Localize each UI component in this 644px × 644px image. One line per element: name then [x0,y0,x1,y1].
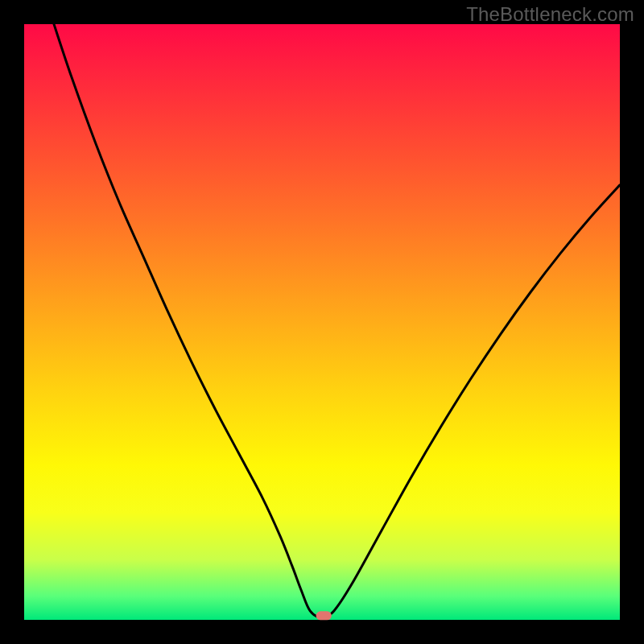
curve-svg [24,24,620,620]
bottleneck-curve [54,24,620,617]
plot-area [24,24,620,620]
chart-frame: TheBottleneck.com [0,0,644,644]
watermark-text: TheBottleneck.com [466,3,634,26]
optimum-point [316,611,332,620]
